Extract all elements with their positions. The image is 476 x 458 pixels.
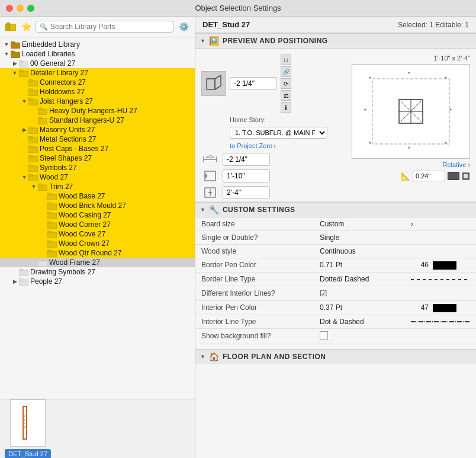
align-button[interactable]: ⚖	[281, 90, 291, 101]
folder-icon	[19, 59, 28, 68]
tree-item-masonry[interactable]: ▶ Masonry Units 27	[0, 125, 195, 134]
setting-label: Different Interior Lines?	[195, 286, 314, 300]
setting-label: Border Line Type	[195, 272, 314, 286]
svg-rect-11	[28, 81, 38, 87]
svg-marker-68	[206, 155, 214, 158]
table-row: Interior Pen Color 0.37 Pt 47	[195, 300, 476, 315]
interior-pen-swatch	[433, 304, 456, 312]
tree-item-embedded[interactable]: ▼ Embedded Library	[0, 40, 195, 49]
close-button[interactable]	[6, 5, 13, 12]
dim2-input[interactable]	[223, 186, 270, 199]
tree-item-woodcasing[interactable]: ▶ Wood Casing 27	[0, 210, 195, 220]
svg-rect-42	[47, 222, 52, 223]
tree-item-woodcrown[interactable]: ▶ Wood Crown 27	[0, 239, 195, 248]
search-input[interactable]	[50, 23, 169, 31]
tree-item-woodbase[interactable]: ▶ Wood Base 27	[0, 191, 195, 201]
gear-icon[interactable]: ⚙️	[177, 20, 190, 33]
svg-rect-2	[10, 24, 16, 31]
svg-rect-18	[38, 108, 42, 110]
tree-item-woodbrick[interactable]: ▶ Wood Brick Mould 27	[0, 201, 195, 210]
tree-item-postcaps[interactable]: ▶ Post Caps - Bases 27	[0, 144, 195, 153]
drawingsymbols-label: Drawing Symbols 27	[30, 268, 95, 276]
setting-value: Single	[314, 231, 405, 245]
expand-arrow: ▼	[20, 97, 28, 105]
minimize-button[interactable]	[17, 5, 24, 12]
svg-rect-19	[38, 118, 47, 124]
tree-item-wood[interactable]: ▼ Wood 27	[0, 172, 195, 182]
tree-item-holddowns[interactable]: ▶ Holddowns 27	[0, 87, 195, 97]
dim1-input[interactable]	[223, 169, 270, 182]
home-story-select[interactable]: 1. T.O. SUBFLR. @ MAIN FLR. (C...	[230, 127, 327, 139]
svg-rect-21	[28, 128, 38, 134]
svg-rect-51	[19, 270, 28, 276]
tree-item-metalsec[interactable]: ▶ Metal Sections 27	[0, 134, 195, 144]
custom-settings-header[interactable]: ▼ 🔧 CUSTOM SETTINGS	[195, 202, 476, 217]
elevation-input2[interactable]	[223, 153, 270, 166]
setting-checkbox[interactable]: ☑	[314, 286, 476, 300]
tree-item-people[interactable]: ▶ People 27	[0, 277, 195, 286]
square-button[interactable]: □	[281, 55, 291, 65]
coord-input[interactable]	[413, 171, 445, 181]
tree-item-joisthangers[interactable]: ▼ Joist Hangers 27	[0, 97, 195, 106]
expand-arrow: ▼	[11, 69, 19, 77]
dim-label: 1'-10" x 2'-4"	[433, 55, 470, 62]
tree-item-general[interactable]: ▶ 00 General 27	[0, 59, 195, 68]
star-icon[interactable]: ⭐	[20, 21, 32, 33]
folder-icon	[19, 69, 28, 77]
setting-value: Continuous	[314, 245, 405, 258]
svg-rect-17	[38, 109, 47, 115]
tree-item-woodcorner[interactable]: ▶ Wood Corner 27	[0, 220, 195, 229]
tree-item-drawingsymbols[interactable]: ▶ Drawing Symbols 27	[0, 267, 195, 277]
dim2-row	[201, 186, 346, 199]
setting-checkbox[interactable]	[314, 328, 476, 344]
checkbox-unchecked-icon[interactable]	[320, 331, 328, 340]
info-button[interactable]: ℹ	[281, 102, 291, 113]
svg-rect-0	[5, 24, 10, 31]
tree-item-woodqtr[interactable]: ▶ Wood Qtr Round 27	[0, 248, 195, 258]
svg-rect-29	[28, 166, 38, 172]
svg-text:*: *	[445, 76, 447, 82]
setting-label: Interior Line Type	[195, 315, 314, 328]
window-controls[interactable]	[6, 5, 34, 12]
tree-item-loaded[interactable]: ▼ Loaded Libraries	[0, 49, 195, 59]
tree-item-symbols[interactable]: ▶ Symbols 27	[0, 163, 195, 172]
steelshapes-label: Steel Shapes 27	[40, 154, 92, 162]
tree-item-woodcove[interactable]: ▶ Wood Cove 27	[0, 229, 195, 239]
loaded-label: Loaded Libraries	[22, 50, 75, 58]
folder-icon	[19, 277, 28, 286]
to-project-zero-button[interactable]: to Project Zero ›	[230, 142, 276, 149]
border-pen-swatch	[433, 261, 456, 270]
tree-item-woodframe[interactable]: ▶ Wood Frame 27	[0, 258, 195, 267]
folder-icon	[19, 268, 28, 276]
chevron-right-icon: ›	[468, 161, 470, 168]
search-box[interactable]: 🔍	[36, 21, 173, 33]
tree-item-connectors[interactable]: ▶ Connectors 27	[0, 78, 195, 87]
svg-rect-53	[19, 280, 28, 286]
checkbox-checked-icon[interactable]: ☑	[320, 289, 327, 298]
folder-nav-icon[interactable]	[5, 21, 17, 33]
link-button[interactable]: 🔗	[281, 66, 291, 77]
masonry-label: Masonry Units 27	[40, 126, 95, 134]
setting-arrow[interactable]: ›	[405, 217, 476, 231]
svg-rect-10	[19, 70, 23, 72]
coord-icon: 📐	[401, 172, 410, 181]
symbols-label: Symbols 27	[40, 164, 77, 172]
main-content: ⭐ 🔍 ⚙️ ▼ Embedded Library ▼	[0, 17, 476, 458]
preview-canvas: * * * * * * * *	[352, 64, 470, 159]
tree-item-steelshapes[interactable]: ▶ Steel Shapes 27	[0, 153, 195, 163]
tree-item-standard[interactable]: ▶ Standard Hangers-U 27	[0, 116, 195, 125]
maximize-button[interactable]	[27, 5, 34, 12]
postcaps-label: Post Caps - Bases 27	[40, 145, 108, 153]
preview-positioning-header[interactable]: ▼ 🖼️ PREVIEW AND POSITIONING	[195, 33, 476, 49]
elevation-input[interactable]	[230, 77, 277, 90]
setting-value: Custom	[314, 217, 405, 231]
floor-section-header[interactable]: ▼ 🏠 FLOOR PLAN AND SECTION	[195, 349, 476, 364]
joisthangers-label: Joist Hangers 27	[40, 97, 93, 105]
woodbrick-label: Wood Brick Mould 27	[59, 201, 126, 210]
chevron-right-icon: ›	[274, 142, 276, 149]
tree-item-detailer[interactable]: ▼ Detailer Library 27	[0, 68, 195, 78]
tree-item-trim[interactable]: ▼ Trim 27	[0, 182, 195, 191]
rotate-button[interactable]: ⟳	[281, 78, 291, 89]
relative-button[interactable]: Relative ›	[443, 161, 470, 168]
tree-item-heavyduty[interactable]: ▶ Heavy Duty Hangers-HU 27	[0, 106, 195, 116]
